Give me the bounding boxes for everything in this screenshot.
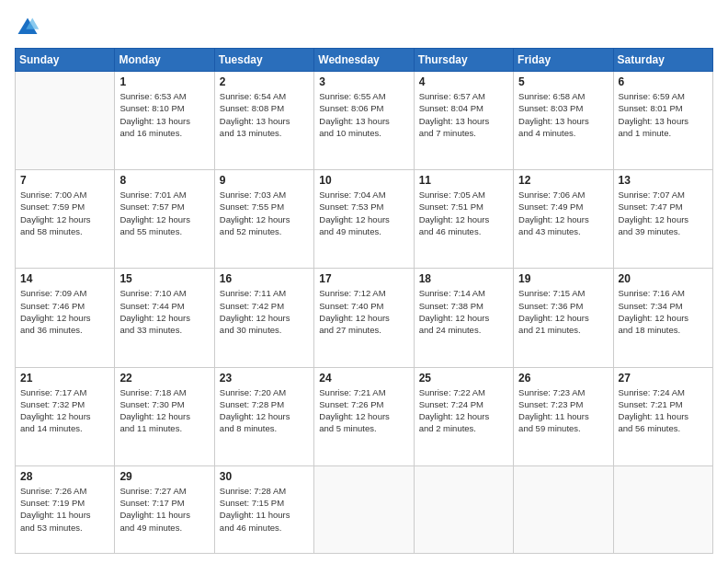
cell-info: Sunrise: 7:21 AM Sunset: 7:26 PM Dayligh… [319,386,408,435]
logo-icon [15,15,40,40]
cell-info: Sunrise: 7:15 AM Sunset: 7:36 PM Dayligh… [518,287,608,336]
day-header-thursday: Thursday [414,49,513,72]
cell-info: Sunrise: 7:26 AM Sunset: 7:19 PM Dayligh… [20,485,109,534]
calendar-cell: 13Sunrise: 7:07 AM Sunset: 7:47 PM Dayli… [613,170,712,269]
cell-day-number: 19 [518,272,608,285]
cell-day-number: 24 [319,372,408,385]
cell-info: Sunrise: 6:57 AM Sunset: 8:04 PM Dayligh… [419,90,508,139]
calendar-cell: 24Sunrise: 7:21 AM Sunset: 7:26 PM Dayli… [314,367,414,465]
cell-info: Sunrise: 6:55 AM Sunset: 8:06 PM Dayligh… [319,90,408,139]
cell-day-number: 5 [518,75,608,88]
calendar-cell: 27Sunrise: 7:24 AM Sunset: 7:21 PM Dayli… [613,367,712,465]
cell-day-number: 26 [518,372,608,385]
calendar-cell: 19Sunrise: 7:15 AM Sunset: 7:36 PM Dayli… [514,269,613,367]
calendar-table: SundayMondayTuesdayWednesdayThursdayFrid… [15,48,713,554]
cell-day-number: 25 [419,372,508,385]
cell-info: Sunrise: 7:27 AM Sunset: 7:17 PM Dayligh… [119,485,209,534]
calendar-cell: 20Sunrise: 7:16 AM Sunset: 7:34 PM Dayli… [613,269,712,367]
calendar-cell: 30Sunrise: 7:28 AM Sunset: 7:15 PM Dayli… [214,465,313,553]
calendar-cell: 18Sunrise: 7:14 AM Sunset: 7:38 PM Dayli… [414,269,513,367]
cell-day-number: 14 [20,272,109,285]
cell-info: Sunrise: 7:16 AM Sunset: 7:34 PM Dayligh… [619,287,708,336]
calendar-cell: 16Sunrise: 7:11 AM Sunset: 7:42 PM Dayli… [214,269,313,367]
calendar-cell: 26Sunrise: 7:23 AM Sunset: 7:23 PM Dayli… [514,367,613,465]
cell-day-number: 17 [319,272,408,285]
calendar-cell: 10Sunrise: 7:04 AM Sunset: 7:53 PM Dayli… [314,170,414,269]
cell-info: Sunrise: 7:05 AM Sunset: 7:51 PM Dayligh… [419,189,508,237]
cell-info: Sunrise: 6:54 AM Sunset: 8:08 PM Dayligh… [220,90,309,139]
calendar-cell: 15Sunrise: 7:10 AM Sunset: 7:44 PM Dayli… [115,269,214,367]
cell-day-number: 7 [20,174,109,187]
cell-info: Sunrise: 7:23 AM Sunset: 7:23 PM Dayligh… [518,386,608,435]
cell-info: Sunrise: 7:04 AM Sunset: 7:53 PM Dayligh… [319,189,408,237]
cell-info: Sunrise: 6:53 AM Sunset: 8:10 PM Dayligh… [119,90,209,139]
day-header-sunday: Sunday [16,49,115,72]
cell-day-number: 4 [419,75,508,88]
cell-info: Sunrise: 7:14 AM Sunset: 7:38 PM Dayligh… [419,287,508,336]
calendar-cell [16,72,115,170]
calendar-cell: 12Sunrise: 7:06 AM Sunset: 7:49 PM Dayli… [514,170,613,269]
calendar-cell: 23Sunrise: 7:20 AM Sunset: 7:28 PM Dayli… [214,367,313,465]
cell-day-number: 8 [119,174,209,187]
calendar-cell: 29Sunrise: 7:27 AM Sunset: 7:17 PM Dayli… [115,465,214,553]
cell-day-number: 27 [619,372,708,385]
calendar-cell: 1Sunrise: 6:53 AM Sunset: 8:10 PM Daylig… [115,72,214,170]
cell-info: Sunrise: 7:28 AM Sunset: 7:15 PM Dayligh… [220,485,309,534]
cell-info: Sunrise: 7:10 AM Sunset: 7:44 PM Dayligh… [119,287,209,336]
cell-info: Sunrise: 7:11 AM Sunset: 7:42 PM Dayligh… [220,287,309,336]
calendar-cell: 28Sunrise: 7:26 AM Sunset: 7:19 PM Dayli… [16,465,115,553]
calendar-cell: 25Sunrise: 7:22 AM Sunset: 7:24 PM Dayli… [414,367,513,465]
calendar-cell [514,465,613,553]
calendar-cell: 14Sunrise: 7:09 AM Sunset: 7:46 PM Dayli… [16,269,115,367]
cell-day-number: 30 [220,470,309,483]
cell-info: Sunrise: 6:58 AM Sunset: 8:03 PM Dayligh… [518,90,608,139]
cell-day-number: 3 [319,75,408,88]
calendar-cell: 22Sunrise: 7:18 AM Sunset: 7:30 PM Dayli… [115,367,214,465]
day-header-wednesday: Wednesday [314,49,414,72]
cell-info: Sunrise: 7:00 AM Sunset: 7:59 PM Dayligh… [20,189,109,237]
cell-day-number: 1 [119,75,209,88]
calendar-cell [314,465,414,553]
cell-info: Sunrise: 7:03 AM Sunset: 7:55 PM Dayligh… [220,189,309,237]
cell-info: Sunrise: 7:12 AM Sunset: 7:40 PM Dayligh… [319,287,408,336]
cell-day-number: 23 [220,372,309,385]
cell-day-number: 28 [20,470,109,483]
cell-day-number: 29 [119,470,209,483]
cell-info: Sunrise: 7:24 AM Sunset: 7:21 PM Dayligh… [619,386,708,435]
cell-info: Sunrise: 7:01 AM Sunset: 7:57 PM Dayligh… [119,189,209,237]
calendar-cell: 4Sunrise: 6:57 AM Sunset: 8:04 PM Daylig… [414,72,513,170]
cell-info: Sunrise: 7:07 AM Sunset: 7:47 PM Dayligh… [619,189,708,237]
calendar-cell: 9Sunrise: 7:03 AM Sunset: 7:55 PM Daylig… [214,170,313,269]
calendar-cell: 8Sunrise: 7:01 AM Sunset: 7:57 PM Daylig… [115,170,214,269]
cell-day-number: 11 [419,174,508,187]
cell-day-number: 22 [119,372,209,385]
calendar-cell: 11Sunrise: 7:05 AM Sunset: 7:51 PM Dayli… [414,170,513,269]
cell-day-number: 18 [419,272,508,285]
calendar-cell: 2Sunrise: 6:54 AM Sunset: 8:08 PM Daylig… [214,72,313,170]
day-header-monday: Monday [115,49,214,72]
cell-day-number: 12 [518,174,608,187]
cell-info: Sunrise: 7:22 AM Sunset: 7:24 PM Dayligh… [419,386,508,435]
cell-info: Sunrise: 7:17 AM Sunset: 7:32 PM Dayligh… [20,386,109,435]
calendar-cell: 5Sunrise: 6:58 AM Sunset: 8:03 PM Daylig… [514,72,613,170]
cell-info: Sunrise: 7:18 AM Sunset: 7:30 PM Dayligh… [119,386,209,435]
cell-day-number: 9 [220,174,309,187]
cell-info: Sunrise: 7:09 AM Sunset: 7:46 PM Dayligh… [20,287,109,336]
calendar-cell: 7Sunrise: 7:00 AM Sunset: 7:59 PM Daylig… [16,170,115,269]
calendar-cell: 17Sunrise: 7:12 AM Sunset: 7:40 PM Dayli… [314,269,414,367]
cell-day-number: 2 [220,75,309,88]
calendar-cell: 6Sunrise: 6:59 AM Sunset: 8:01 PM Daylig… [613,72,712,170]
cell-day-number: 13 [619,174,708,187]
cell-day-number: 10 [319,174,408,187]
cell-info: Sunrise: 6:59 AM Sunset: 8:01 PM Dayligh… [619,90,708,139]
day-header-tuesday: Tuesday [214,49,313,72]
cell-day-number: 15 [119,272,209,285]
cell-info: Sunrise: 7:20 AM Sunset: 7:28 PM Dayligh… [220,386,309,435]
cell-day-number: 21 [20,372,109,385]
calendar-cell: 21Sunrise: 7:17 AM Sunset: 7:32 PM Dayli… [16,367,115,465]
day-header-friday: Friday [514,49,613,72]
calendar-cell [414,465,513,553]
logo [15,15,44,40]
cell-day-number: 16 [220,272,309,285]
cell-day-number: 20 [619,272,708,285]
